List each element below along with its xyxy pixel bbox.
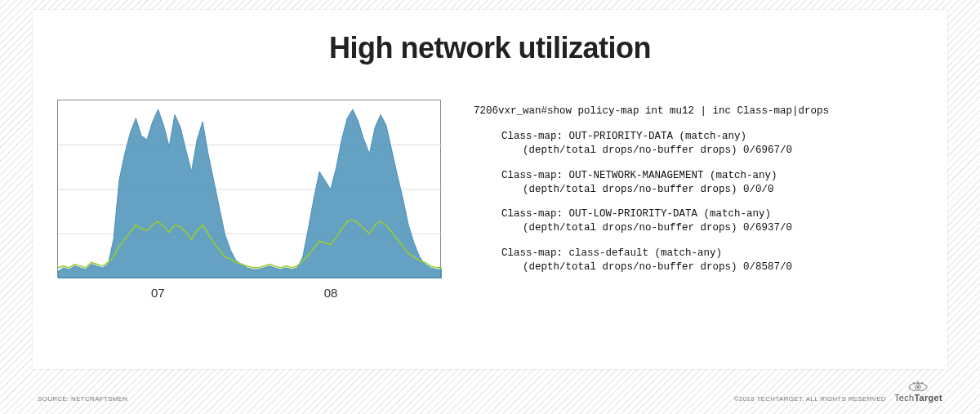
cli-classmap: Class-map: OUT-LOW-PRIORITY-DATA (match-… [474,207,923,221]
copyright-text: ©2018 TECHTARGET. ALL RIGHTS RESERVED [734,395,886,403]
cli-classmap: Class-map: OUT-NETWORK-MANAGEMENT (match… [474,169,923,183]
chart-column: 07 08 [57,100,441,300]
cli-drops: (depth/total drops/no-buffer drops) 0/85… [474,260,923,274]
eye-icon [908,381,928,391]
x-tick-08: 08 [324,286,338,300]
cli-drops: (depth/total drops/no-buffer drops) 0/69… [474,221,923,235]
page-title: High network utilization [33,31,947,65]
figure-panel: High network utilization 07 08 7206vxr_w… [33,10,947,369]
cli-classmap: Class-map: class-default (match-any) [474,247,923,260]
cli-entry: Class-map: OUT-PRIORITY-DATA (match-any)… [474,130,923,158]
area-chart [57,100,441,278]
cli-command: 7206vxr_wan#show policy-map int mu12 | i… [474,105,923,118]
cli-entry: Class-map: class-default (match-any) (de… [474,247,923,274]
source-credit: SOURCE: NETCRAFTSMEN [38,395,127,403]
cli-entry: Class-map: OUT-LOW-PRIORITY-DATA (match-… [474,207,923,235]
cli-entry: Class-map: OUT-NETWORK-MANAGEMENT (match… [474,169,923,197]
x-axis-ticks: 07 08 [57,286,441,300]
cli-classmap: Class-map: OUT-PRIORITY-DATA (match-any) [474,130,923,144]
logo-text-a: Tech [894,393,914,403]
svg-point-5 [917,386,920,389]
cli-output: 7206vxr_wan#show policy-map int mu12 | i… [474,100,923,286]
figure-footer: SOURCE: NETCRAFTSMEN ©2018 TECHTARGET. A… [38,381,942,403]
logo-text-b: Target [914,393,942,403]
cli-drops: (depth/total drops/no-buffer drops) 0/69… [474,144,923,158]
cli-drops: (depth/total drops/no-buffer drops) 0/0/… [474,183,923,197]
techtarget-logo: TechTarget [894,381,942,403]
x-tick-07: 07 [151,286,165,300]
content-row: 07 08 7206vxr_wan#show policy-map int mu… [33,100,947,300]
